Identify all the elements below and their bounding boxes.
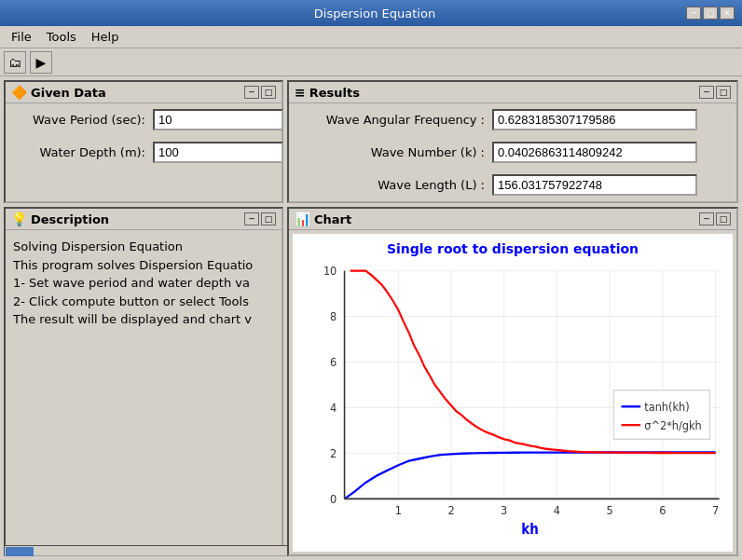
results-panel: ≡ Results ─ □ Wave Angular Frequency : W…	[287, 80, 738, 203]
chart-minimize[interactable]: ─	[699, 212, 714, 225]
desc-line-1: This program solves Dispersion Equatio	[13, 256, 274, 275]
minimize-button[interactable]: ─	[686, 7, 701, 20]
svg-text:4: 4	[330, 402, 337, 416]
given-data-minimize[interactable]: ─	[244, 86, 259, 99]
tanh-curve	[345, 453, 716, 499]
chart-area: Single root to dispersion equation	[293, 234, 733, 552]
given-data-icon: 🔶	[11, 85, 27, 100]
svg-text:3: 3	[501, 503, 507, 517]
menu-file[interactable]: File	[4, 28, 39, 46]
chart-main-title: Single root to dispersion equation	[296, 238, 729, 260]
svg-text:2: 2	[330, 446, 337, 460]
given-data-header-left: 🔶 Given Data	[11, 85, 106, 100]
chart-controls[interactable]: ─ □	[699, 212, 731, 225]
given-data-panel: 🔶 Given Data ─ □ Wave Period (sec): Wate…	[4, 80, 283, 203]
chart-header: 📊 Chart ─ □	[289, 209, 736, 230]
results-header: ≡ Results ─ □	[289, 82, 736, 103]
results-icon: ≡	[295, 85, 306, 100]
open-button[interactable]: 🗂	[4, 51, 26, 74]
results-maximize[interactable]: □	[716, 86, 731, 99]
desc-line-3: 2- Click compute button or select Tools	[13, 293, 274, 311]
menu-help[interactable]: Help	[84, 28, 127, 46]
svg-text:6: 6	[330, 356, 337, 370]
svg-text:8: 8	[330, 310, 337, 324]
given-data-header: 🔶 Given Data ─ □	[6, 82, 282, 103]
main-content: 🔶 Given Data ─ □ Wave Period (sec): Wate…	[0, 76, 742, 560]
wave-length-row: Wave Length (L) :	[289, 169, 736, 201]
scrollbar-thumb[interactable]	[6, 547, 34, 556]
menu-tools[interactable]: Tools	[39, 28, 84, 46]
wave-period-label: Wave Period (sec):	[15, 113, 145, 127]
results-header-left: ≡ Results	[295, 85, 360, 100]
open-icon: 🗂	[8, 55, 21, 70]
description-header-left: 💡 Description	[11, 212, 109, 226]
results-controls[interactable]: ─ □	[699, 86, 731, 99]
wave-angular-freq-value	[492, 109, 697, 130]
wave-angular-freq-row: Wave Angular Frequency :	[289, 103, 736, 136]
svg-text:5: 5	[607, 503, 613, 517]
description-panel: 💡 Description ─ □ Solving Dispersion Equ…	[4, 207, 283, 556]
title-bar: Dispersion Equation ─ □ ✕	[0, 0, 742, 26]
menu-bar: File Tools Help	[0, 26, 742, 48]
water-depth-row: Water Depth (m):	[6, 136, 282, 169]
description-minimize[interactable]: ─	[244, 212, 259, 225]
given-data-title: Given Data	[31, 86, 106, 100]
svg-text:kh: kh	[521, 521, 538, 537]
desc-line-2: 1- Set wave period and water depth va	[13, 274, 274, 293]
results-title: Results	[309, 86, 360, 100]
description-content: Solving Dispersion Equation This program…	[6, 230, 282, 336]
chart-icon: 📊	[295, 212, 310, 226]
chart-panel: 📊 Chart ─ □ Single root to dispersion eq…	[287, 207, 738, 556]
svg-text:10: 10	[323, 265, 337, 279]
svg-text:0: 0	[330, 492, 337, 506]
desc-line-5: The result will be displayed and chart v	[13, 310, 274, 329]
given-data-controls[interactable]: ─ □	[244, 86, 276, 99]
wave-number-label: Wave Number (k) :	[298, 145, 485, 159]
wave-period-row: Wave Period (sec):	[6, 103, 282, 136]
chart-maximize[interactable]: □	[716, 212, 731, 225]
chart-header-left: 📊 Chart	[295, 212, 351, 226]
description-controls[interactable]: ─ □	[244, 212, 276, 225]
title-bar-buttons[interactable]: ─ □ ✕	[686, 7, 735, 20]
wave-length-label: Wave Length (L) :	[298, 178, 485, 192]
close-button[interactable]: ✕	[720, 7, 735, 20]
desc-line-0: Solving Dispersion Equation	[13, 238, 274, 256]
svg-text:1: 1	[395, 503, 402, 517]
svg-text:7: 7	[712, 503, 719, 517]
svg-text:4: 4	[554, 503, 560, 517]
description-icon: 💡	[11, 212, 27, 226]
water-depth-label: Water Depth (m):	[15, 145, 145, 159]
description-title: Description	[31, 212, 109, 226]
wave-length-value	[492, 174, 697, 196]
wave-number-row: Wave Number (k) :	[289, 136, 736, 169]
given-data-maximize[interactable]: □	[261, 86, 276, 99]
water-depth-input[interactable]	[153, 142, 283, 163]
results-minimize[interactable]: ─	[699, 86, 714, 99]
run-button[interactable]: ▶	[30, 51, 52, 74]
maximize-button[interactable]: □	[703, 7, 718, 20]
svg-text:2: 2	[447, 503, 454, 517]
play-icon: ▶	[36, 55, 47, 70]
wave-number-value	[492, 142, 697, 163]
svg-text:σ^2*h/gkh: σ^2*h/gkh	[644, 418, 701, 432]
svg-text:6: 6	[659, 503, 666, 517]
description-header: 💡 Description ─ □	[6, 209, 282, 230]
chart-svg: 0 2 4 6 8 10 1 2 3 4 5 6 7 kh	[296, 260, 729, 542]
description-maximize[interactable]: □	[261, 212, 276, 225]
wave-period-input[interactable]	[153, 109, 283, 130]
wave-angular-freq-label: Wave Angular Frequency :	[298, 113, 485, 127]
toolbar: 🗂 ▶	[0, 48, 742, 76]
window-title: Dispersion Equation	[63, 7, 686, 20]
chart-title-tab: Chart	[314, 212, 351, 226]
svg-text:tanh(kh): tanh(kh)	[644, 400, 689, 414]
